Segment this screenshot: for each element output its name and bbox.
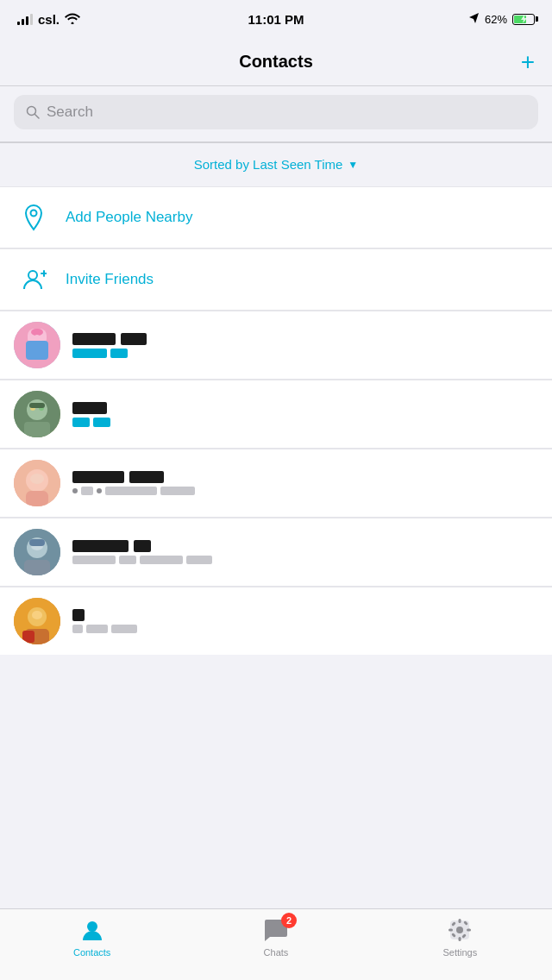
- contact-info-5: [72, 609, 538, 633]
- name-block-4a: [72, 540, 129, 552]
- avatar-3: [14, 460, 60, 506]
- contact-name-3: [72, 471, 538, 483]
- invite-friends-label: Invite Friends: [66, 271, 154, 288]
- tab-bar-spacer: [0, 655, 552, 726]
- avatar-image-5: [14, 598, 60, 644]
- avatar-image-1: [14, 322, 60, 368]
- svg-point-20: [30, 474, 44, 484]
- name-block-3b: [129, 471, 164, 483]
- invite-icon: [14, 260, 53, 299]
- contact-item-3[interactable]: [0, 449, 552, 518]
- tab-contacts-icon: [78, 916, 106, 944]
- add-people-nearby-item[interactable]: Add People Nearby: [0, 187, 552, 248]
- search-placeholder: Search: [47, 104, 93, 121]
- svg-rect-16: [29, 403, 45, 408]
- signal-bar-1: [17, 22, 20, 25]
- invite-friends-item[interactable]: Invite Friends: [0, 249, 552, 311]
- tab-chats-label: Chats: [264, 947, 289, 958]
- tab-settings[interactable]: Settings: [417, 916, 503, 958]
- svg-rect-25: [29, 539, 45, 546]
- svg-rect-13: [24, 422, 50, 437]
- page-title: Contacts: [239, 52, 313, 72]
- svg-point-2: [31, 210, 37, 217]
- avatar-image-4: [14, 529, 60, 575]
- avatar-2: [14, 391, 60, 437]
- status-block-1a: [72, 349, 107, 358]
- contact-info-3: [72, 471, 538, 495]
- status-text-5c: [111, 625, 137, 633]
- status-text-3b: [105, 487, 157, 495]
- status-text-4d: [186, 556, 212, 564]
- svg-rect-37: [467, 929, 471, 932]
- svg-point-33: [456, 927, 463, 933]
- contacts-list: Add People Nearby Invite Friends: [0, 187, 552, 655]
- location-icon: [14, 198, 53, 237]
- battery-percent: 62%: [485, 13, 507, 26]
- contact-item-4[interactable]: [0, 518, 552, 587]
- contact-item-1[interactable]: [0, 311, 552, 380]
- tab-contacts-label: Contacts: [73, 947, 110, 958]
- status-text-3a: [81, 487, 93, 495]
- contact-info-2: [72, 402, 538, 427]
- status-block-2b: [93, 418, 110, 427]
- add-contact-button[interactable]: +: [521, 50, 535, 74]
- status-text-4b: [119, 556, 136, 564]
- avatar-image-2: [14, 391, 60, 437]
- status-line-1: [72, 349, 538, 358]
- svg-point-3: [28, 271, 37, 280]
- status-text-5b: [86, 625, 108, 633]
- status-dot-3a: [72, 488, 78, 493]
- tab-chats[interactable]: 2 Chats: [233, 916, 319, 958]
- tab-contacts[interactable]: Contacts: [49, 916, 135, 958]
- status-bar: csl. 11:01 PM 62%: [0, 0, 552, 38]
- signal-bar-2: [22, 19, 24, 25]
- sort-row[interactable]: Sorted by Last Seen Time ▼: [0, 143, 552, 187]
- status-text-4a: [72, 556, 116, 564]
- name-block-1a: [72, 333, 116, 345]
- svg-rect-35: [459, 937, 461, 941]
- name-block-3a: [72, 471, 124, 483]
- chats-badge: 2: [281, 913, 297, 928]
- status-dot-3b: [97, 488, 102, 493]
- contact-name-2: [72, 402, 538, 414]
- svg-point-31: [87, 921, 97, 932]
- search-container: Search: [0, 86, 552, 142]
- sort-label[interactable]: Sorted by Last Seen Time ▼: [194, 157, 359, 172]
- wifi-icon: [65, 12, 80, 27]
- tab-chats-icon: 2: [262, 916, 290, 944]
- status-block-2a: [72, 418, 90, 427]
- status-line-5: [72, 625, 538, 633]
- status-line-2: [72, 418, 538, 427]
- svg-rect-19: [26, 491, 48, 506]
- person-icon: [79, 917, 105, 943]
- avatar-1: [14, 322, 60, 368]
- status-left: csl.: [17, 12, 80, 27]
- svg-point-10: [34, 335, 40, 340]
- tab-settings-icon: [446, 916, 474, 944]
- carrier-label: csl.: [38, 12, 60, 27]
- pin-icon: [21, 204, 47, 231]
- status-line-3: [72, 487, 538, 495]
- svg-rect-9: [31, 329, 43, 336]
- avatar-4: [14, 529, 60, 575]
- search-bar[interactable]: Search: [14, 95, 538, 129]
- svg-rect-23: [24, 560, 50, 575]
- status-right: 62%: [469, 13, 535, 26]
- status-block-1b: [110, 349, 128, 358]
- status-text-5a: [72, 625, 83, 633]
- name-block-1b: [121, 333, 147, 345]
- avatar-image-3: [14, 460, 60, 506]
- signal-bars: [17, 13, 33, 25]
- name-block-4b: [134, 540, 151, 552]
- contact-item-2[interactable]: [0, 380, 552, 449]
- svg-line-1: [35, 115, 40, 119]
- status-line-4: [72, 556, 538, 564]
- search-icon: [26, 105, 40, 119]
- contact-item-5[interactable]: [0, 587, 552, 655]
- nav-header: Contacts +: [0, 38, 552, 86]
- name-block-2a: [72, 402, 107, 414]
- tab-settings-label: Settings: [442, 947, 477, 958]
- status-text-4c: [140, 556, 183, 564]
- tab-bar: Contacts 2 Chats Se: [0, 908, 552, 980]
- contact-name-5: [72, 609, 538, 621]
